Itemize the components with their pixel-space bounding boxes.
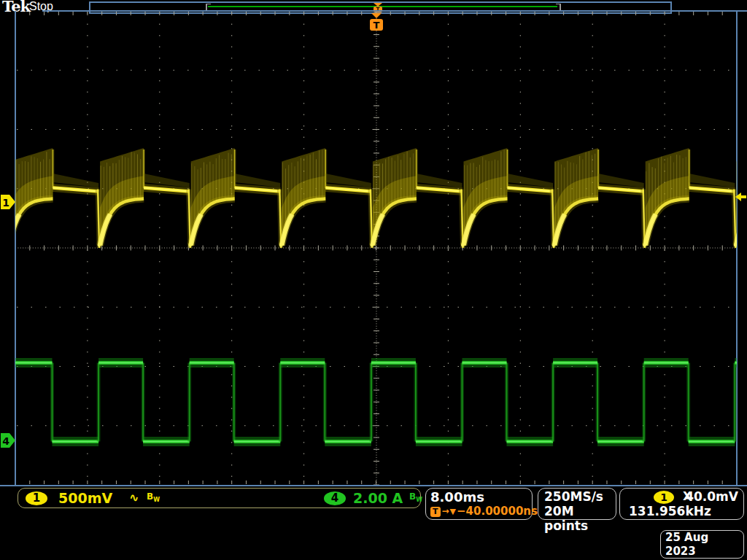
ch1-badge[interactable]: 1 (26, 491, 47, 505)
ch4-scale-readout[interactable]: 2.00 A (353, 490, 403, 506)
bw-letter: B (409, 491, 416, 502)
ch4-badge[interactable]: 4 (324, 491, 346, 505)
trigger-level-readout: 40.0mV (685, 489, 738, 504)
bw-sub: W (153, 497, 160, 503)
date-readout: 25 Aug 2023 (665, 531, 739, 559)
ch1-waveform (9, 148, 747, 248)
svg-text:1: 1 (2, 197, 9, 209)
slope-down-icon: ▼ (450, 505, 456, 518)
ch4-position-marker[interactable]: 4 (1, 433, 15, 448)
datetime-box: 25 Aug 2023 10:49:33 (660, 530, 744, 559)
delay-value: −40.00000ns (457, 505, 538, 518)
trigger-source-badge: 1 (654, 491, 674, 504)
bw-letter: B (147, 491, 153, 502)
trigger-delay-readout: T → ▼ −40.00000ns (430, 505, 527, 518)
ch1-ac-coupling-icon: ∿ (129, 491, 139, 505)
ch1-bandwidth-icon: BW (147, 491, 160, 503)
graticule-grid (15, 11, 737, 485)
ch1-scale-readout[interactable]: 500mV (58, 490, 112, 506)
horizontal-readout-box[interactable]: 8.00ms T → ▼ −40.00000ns (425, 488, 533, 520)
trigger-t-chip: T (430, 507, 441, 517)
trigger-readout-box[interactable]: 1 X 40.0mV 131.956kHz (619, 488, 744, 520)
ch1-position-marker[interactable]: 1 (1, 195, 15, 209)
timebase-readout: 8.00ms (430, 489, 527, 505)
svg-text:4: 4 (2, 435, 9, 447)
svg-text:T: T (374, 20, 380, 31)
record-length-readout: 20M points (544, 504, 610, 533)
ch4-bandwidth-icon: BW (409, 491, 422, 503)
waveform-display: 14T (0, 0, 747, 560)
arrow-icon: → (442, 505, 449, 518)
channel-readout-box[interactable]: 1 500mV ∿ BW 4 2.00 A BW (18, 488, 421, 508)
trigger-frequency-readout: 131.956kHz (629, 504, 711, 518)
oscilloscope-screen: Tek Stop T 14T 1 500mV ∿ BW 4 2.00 A BW … (0, 0, 747, 560)
bw-sub: W (416, 497, 422, 503)
sample-rate-readout: 250MS/s (544, 489, 610, 504)
trigger-position-marker[interactable]: T (370, 13, 383, 31)
acquisition-readout-box[interactable]: 250MS/s 20M points (538, 488, 616, 520)
